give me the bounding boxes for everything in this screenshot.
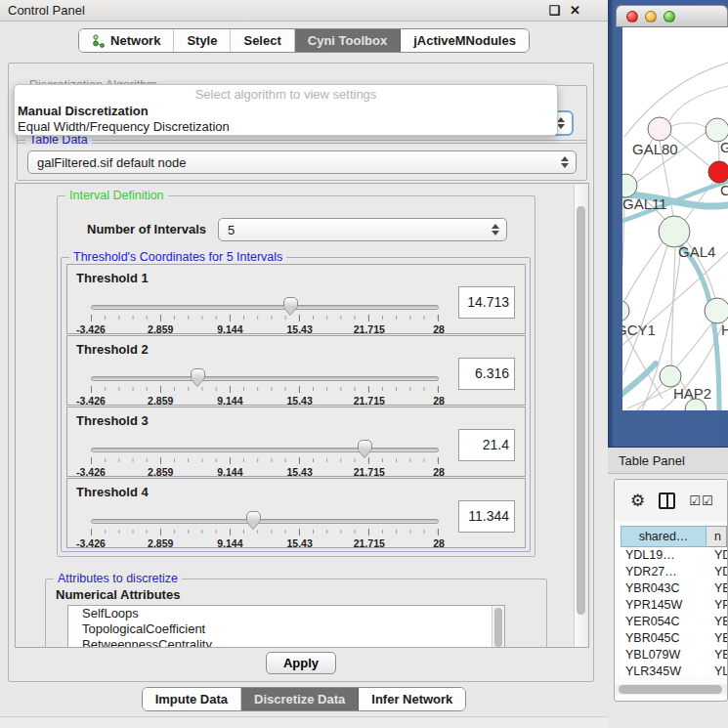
table-horizontal-scrollbar[interactable] bbox=[615, 684, 727, 695]
combo-stepper-icon bbox=[557, 117, 565, 129]
scrollbar-thumb[interactable] bbox=[619, 685, 722, 694]
numerical-attributes-list[interactable]: SelfLoops TopologicalCoefficient Between… bbox=[67, 605, 505, 648]
list-scrollbar[interactable] bbox=[492, 606, 504, 648]
numerical-attributes-heading: Numerical Attributes bbox=[56, 587, 180, 602]
control-panel-footer bbox=[0, 716, 608, 728]
network-node-label: GAL80 bbox=[632, 141, 678, 157]
algorithm-dropdown-popup: Select algorithm to view settings Manual… bbox=[14, 84, 558, 136]
tab-network[interactable]: Network bbox=[79, 29, 174, 52]
attributes-group: Attributes to discretize Numerical Attri… bbox=[45, 578, 547, 648]
table-row[interactable]: YPR145WYPR1 bbox=[621, 597, 727, 614]
bottom-tab-bar: Impute Data Discretize Data Infer Networ… bbox=[0, 687, 608, 711]
right-panel: GAL80GCGAL11GAL4GCY1HHAP2 Table Panel ⚙ … bbox=[608, 0, 728, 728]
settings-scrollpane: Interval Definition Number of Intervals … bbox=[15, 183, 589, 648]
threshold-2-slider-thumb[interactable] bbox=[191, 368, 205, 379]
attributes-group-title: Attributes to discretize bbox=[54, 572, 182, 585]
close-panel-icon[interactable]: ✕ bbox=[570, 3, 580, 18]
number-of-intervals-select[interactable]: 5 bbox=[218, 218, 507, 241]
threshold-1-slider-thumb[interactable] bbox=[283, 297, 298, 308]
table-data-select[interactable]: galFiltered.sif default node bbox=[27, 150, 577, 174]
select-columns-icons[interactable]: ☑☑ bbox=[689, 493, 713, 508]
threshold-1-label: Threshold 1 bbox=[76, 271, 149, 285]
slider-track bbox=[91, 448, 439, 452]
table-row[interactable]: YBR045CYBR0 bbox=[621, 630, 727, 647]
zoom-window-icon[interactable] bbox=[664, 11, 675, 22]
control-panel: Control Panel ❑ ✕ Network Sty bbox=[0, 0, 608, 728]
tab-infer-network[interactable]: Infer Network bbox=[359, 688, 465, 710]
scrollbar-thumb[interactable] bbox=[577, 206, 585, 615]
panel-title: Control Panel bbox=[8, 3, 548, 18]
threshold-3-row: Threshold 3 -3.426 2.859 9.144 15.43 bbox=[66, 407, 526, 477]
tab-impute-data[interactable]: Impute Data bbox=[143, 688, 241, 710]
threshold-4-slider[interactable]: -3.426 2.859 9.144 15.43 21.715 28 bbox=[91, 512, 439, 545]
table-panel-header: Table Panel bbox=[608, 448, 728, 474]
slider-track bbox=[91, 305, 439, 310]
table-row[interactable]: YBL079WYBL0 bbox=[621, 647, 727, 664]
settings-vertical-scrollbar[interactable] bbox=[574, 185, 587, 648]
thresholds-group: Threshold's Coordinates for 5 Intervals … bbox=[61, 257, 531, 552]
control-panel-titlebar: Control Panel ❑ ✕ bbox=[0, 0, 608, 21]
table-row[interactable]: YER054CYER0 bbox=[621, 614, 727, 630]
network-node-label: H bbox=[721, 321, 728, 338]
network-window-titlebar[interactable] bbox=[616, 5, 728, 27]
threshold-4-slider-thumb[interactable] bbox=[246, 511, 261, 522]
tab-discretize-data[interactable]: Discretize Data bbox=[241, 688, 359, 710]
network-node bbox=[708, 161, 728, 183]
column-header-shared-name[interactable]: shared… bbox=[621, 526, 707, 547]
thresholds-group-title: Threshold's Coordinates for 5 Intervals bbox=[69, 250, 286, 264]
list-item[interactable]: BetweennessCentrality bbox=[68, 637, 504, 648]
threshold-1-value-field[interactable]: 14.713 bbox=[458, 286, 515, 319]
network-node bbox=[660, 365, 681, 387]
number-of-intervals-value: 5 bbox=[228, 223, 235, 237]
float-window-icon[interactable]: ❑ bbox=[548, 3, 560, 18]
tab-style[interactable]: Style bbox=[174, 29, 231, 52]
tab-jactivemnodules[interactable]: jActiveMNodules bbox=[401, 29, 529, 52]
table-panel-body: ⚙ ☑☑ shared… n YDL19…YDL1 YDR27…YDR2 YBR… bbox=[614, 479, 728, 702]
threshold-1-row: Threshold 1 -3.426 2.859 9.144 15.43 bbox=[66, 264, 526, 334]
tab-select[interactable]: Select bbox=[231, 29, 294, 52]
network-node-label: HAP2 bbox=[673, 385, 711, 402]
threshold-3-label: Threshold 3 bbox=[76, 413, 149, 428]
table-row[interactable]: YBR043CYBR0 bbox=[621, 580, 727, 597]
minimize-window-icon[interactable] bbox=[645, 11, 657, 22]
list-item[interactable]: SelfLoops bbox=[68, 606, 504, 621]
network-node-label: GCY1 bbox=[622, 321, 656, 338]
app-root: Control Panel ❑ ✕ Network Sty bbox=[0, 0, 728, 728]
interval-definition-group: Interval Definition Number of Intervals … bbox=[57, 195, 535, 557]
table-row[interactable]: YLR345WYLR3 bbox=[621, 664, 727, 677]
threshold-4-value-field[interactable]: 11.344 bbox=[458, 500, 515, 533]
algorithm-option-equal-width[interactable]: Equal Width/Frequency Discretization bbox=[15, 119, 557, 135]
network-window: GAL80GCGAL11GAL4GCY1HHAP2 bbox=[608, 0, 728, 448]
gear-icon[interactable]: ⚙ bbox=[630, 492, 645, 509]
tab-cyni-toolbox[interactable]: Cyni Toolbox bbox=[295, 29, 401, 52]
slider-track bbox=[91, 519, 439, 524]
threshold-3-value-field[interactable]: 21.4 bbox=[458, 429, 515, 461]
node-table: shared… n YDL19…YDL1 YDR27…YDR2 YBR043CY… bbox=[621, 526, 727, 677]
table-panel-toolbar: ⚙ ☑☑ bbox=[615, 480, 727, 521]
column-header-name[interactable]: n bbox=[707, 526, 727, 547]
threshold-2-slider[interactable]: -3.426 2.859 9.144 15.43 21.715 28 bbox=[91, 369, 439, 403]
threshold-3-slider-thumb[interactable] bbox=[358, 440, 372, 450]
algorithm-option-manual[interactable]: Manual Discretization bbox=[15, 104, 557, 119]
network-node bbox=[622, 300, 629, 321]
threshold-2-row: Threshold 2 -3.426 2.859 9.144 15.43 bbox=[66, 335, 526, 406]
network-canvas[interactable]: GAL80GCGAL11GAL4GCY1HHAP2 bbox=[622, 27, 728, 410]
threshold-1-slider[interactable]: -3.426 2.859 9.144 15.43 21.715 28 bbox=[91, 298, 439, 331]
split-columns-icon[interactable] bbox=[659, 492, 675, 509]
apply-button[interactable]: Apply bbox=[266, 652, 336, 674]
list-item[interactable]: TopologicalCoefficient bbox=[68, 621, 504, 637]
interval-definition-title: Interval Definition bbox=[65, 189, 168, 202]
cyni-toolbox-panel: Discretization Algorithm Select algorith… bbox=[8, 63, 594, 682]
network-canvas-svg: GAL80GCGAL11GAL4GCY1HHAP2 bbox=[622, 27, 728, 410]
table-data-group: Table Data galFiltered.sif default node bbox=[17, 140, 587, 181]
network-node-label: GAL11 bbox=[622, 195, 667, 212]
number-of-intervals-label: Number of Intervals bbox=[87, 222, 206, 236]
table-row[interactable]: YDL19…YDL1 bbox=[621, 547, 727, 564]
table-panel-title: Table Panel bbox=[619, 453, 685, 468]
close-window-icon[interactable] bbox=[626, 11, 638, 22]
threshold-2-value-field[interactable]: 6.316 bbox=[458, 358, 515, 390]
top-tab-bar: Network Style Select Cyni Toolbox jActiv… bbox=[0, 28, 608, 53]
threshold-3-slider[interactable]: -3.426 2.859 9.144 15.43 21.715 28 bbox=[91, 441, 439, 474]
network-node-label: GAL4 bbox=[678, 243, 715, 260]
table-row[interactable]: YDR27…YDR2 bbox=[621, 564, 727, 580]
